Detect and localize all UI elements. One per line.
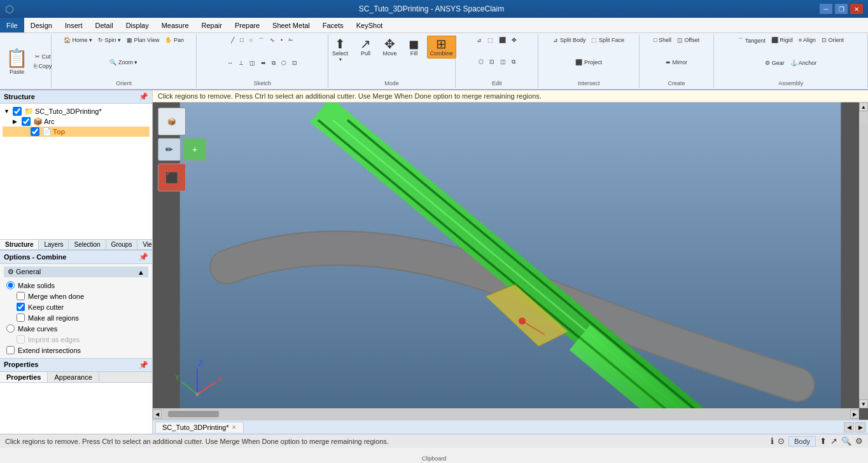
menu-detail[interactable]: Detail [89,18,120,32]
canvas-tab-close[interactable]: ✕ [232,424,237,431]
tree-arc[interactable]: ▶ 📦 Arc [3,116,150,127]
tab-selection[interactable]: Selection [69,240,106,249]
orient-asm-button[interactable]: ⊡ Orient [819,36,846,45]
sketch-dim[interactable]: ↔ [225,59,235,68]
viewport[interactable]: 📦 ✏ + ⬛ [153,102,868,420]
sketch-con[interactable]: ⊥ [236,59,246,68]
tree-top[interactable]: 📄 Top [3,127,150,137]
split-body-button[interactable]: ⊿ Split Body [550,36,588,45]
options-pin-icon[interactable]: 📌 [139,252,148,261]
canvas-tab-main[interactable]: SC_Tuto_3DPrinting* ✕ [155,422,244,432]
keep-cutter-checkbox[interactable] [17,303,25,311]
rigid-button[interactable]: ⬛ Rigid [769,36,795,46]
fill-button[interactable]: ◼ Fill [403,36,426,59]
sketch-mir[interactable]: ⬌ [258,59,269,68]
project-button[interactable]: ⬛ Project [573,58,605,67]
edit-btn7[interactable]: ◫ [498,57,508,67]
sketch-circle[interactable]: ○ [247,36,255,46]
zoom-button[interactable]: 🔍 Zoom ▾ [107,58,140,67]
tool-green-button[interactable]: + [183,138,206,161]
nav-cube-button[interactable]: 📦 [158,107,186,135]
root-checkbox[interactable] [13,107,22,116]
menu-insert[interactable]: Insert [59,18,89,32]
top-checkbox[interactable] [31,127,39,136]
prop-tab-properties[interactable]: Properties [0,372,48,382]
menu-design[interactable]: Design [24,18,59,32]
status-circle-icon[interactable]: ⊙ [778,436,785,446]
tab-layers[interactable]: Layers [39,240,69,249]
make-curves-radio[interactable] [6,324,15,333]
tab-structure[interactable]: Structure [0,240,39,249]
offset-button[interactable]: ◫ Offset [675,36,702,45]
tab-groups[interactable]: Groups [106,240,138,249]
close-button[interactable]: ✕ [850,4,863,14]
edit-btn4[interactable]: ✤ [509,36,519,45]
edit-btn1[interactable]: ⊿ [474,36,484,45]
status-info-icon[interactable]: ℹ [771,436,774,446]
root-expand-icon[interactable]: ▼ [4,108,11,114]
sketch-spline[interactable]: ∿ [267,36,277,46]
scroll-down-arrow[interactable]: ▼ [859,399,868,408]
combine-button[interactable]: ⊞ Combine [427,36,456,59]
shell-button[interactable]: □ Shell [651,36,674,45]
menu-facets[interactable]: Facets [316,18,350,32]
sketch-arc[interactable]: ⌒ [256,36,267,46]
scroll-right-arrow[interactable]: ▶ [850,410,859,418]
tool-pencil-button[interactable]: ✏ [158,138,181,161]
cube-view-button[interactable]: ⬛ [158,163,186,191]
split-face-button[interactable]: ⬚ Split Face [589,36,627,45]
sketch-arr[interactable]: ⧉ [269,59,278,68]
scroll-thumb[interactable] [168,411,219,417]
tab-nav-right[interactable]: ▶ [855,422,865,432]
menu-display[interactable]: Display [120,18,155,32]
arc-expand-icon[interactable]: ▶ [13,118,20,125]
menu-prepare[interactable]: Prepare [228,18,266,32]
general-section-header[interactable]: ⚙ General ▲ [4,266,148,277]
edit-btn2[interactable]: ⬚ [485,36,496,45]
status-gear-icon[interactable]: ⚙ [855,436,863,446]
edit-btn6[interactable]: ⊡ [487,57,497,67]
edit-btn8[interactable]: ⧉ [509,57,518,67]
scroll-up-arrow[interactable]: ▲ [859,102,868,111]
select-dropdown[interactable]: ▾ [339,57,342,62]
status-zoom-icon[interactable]: 🔍 [841,436,851,446]
menu-file[interactable]: File [0,18,24,32]
sketch-rect[interactable]: □ [237,36,246,46]
pan-button[interactable]: ✋ Pan [162,36,186,45]
menu-keyshot[interactable]: KeyShot [350,18,389,32]
menu-measure[interactable]: Measure [155,18,195,32]
structure-pin-icon[interactable]: 📌 [139,92,148,101]
right-scrollbar[interactable]: ▲ ▼ [859,102,868,408]
bottom-scrollbar[interactable]: ◀ ▶ [153,408,859,420]
edit-btn5[interactable]: ⬡ [476,57,486,67]
gear-button[interactable]: ⚙ Gear [762,59,787,67]
paste-button[interactable]: 📋 Paste [3,36,31,86]
extend-intersections-checkbox[interactable] [6,346,15,354]
sketch-line[interactable]: ╱ [228,36,237,46]
merge-when-done-checkbox[interactable] [17,292,25,300]
align-button[interactable]: ≡ Align [796,36,818,45]
sketch-point[interactable]: • [278,36,285,46]
move-button[interactable]: ✥ Move [379,36,402,59]
sketch-ext[interactable]: ⊡ [290,59,300,68]
restore-button[interactable]: ❐ [835,4,848,14]
pull-button[interactable]: ↗ Pull [354,36,377,59]
menu-repair[interactable]: Repair [195,18,228,32]
minimize-button[interactable]: ─ [820,4,832,14]
sketch-off[interactable]: ◫ [247,59,258,68]
menu-sheetmetal[interactable]: Sheet Metal [266,18,316,32]
scroll-left-arrow[interactable]: ◀ [153,410,162,418]
arc-checkbox[interactable] [22,117,31,126]
tree-root[interactable]: ▼ 📁 SC_Tuto_3DPrinting* [3,106,150,116]
imprint-as-edges-checkbox[interactable] [17,335,25,343]
edit-btn3[interactable]: ⬛ [496,36,508,45]
home-button[interactable]: 🏠 Home ▾ [61,36,95,45]
properties-pin-icon[interactable]: 📌 [139,361,148,370]
sketch-trim[interactable]: ✁ [286,36,296,46]
mirror-button[interactable]: ⬌ Mirror [663,58,690,67]
prop-tab-appearance[interactable]: Appearance [48,372,99,382]
select-button[interactable]: ⬆ Select ▾ [328,36,353,64]
spin-button[interactable]: ↻ Spin ▾ [95,36,123,45]
tab-views[interactable]: Views [137,240,153,249]
make-solids-radio[interactable] [6,281,15,289]
